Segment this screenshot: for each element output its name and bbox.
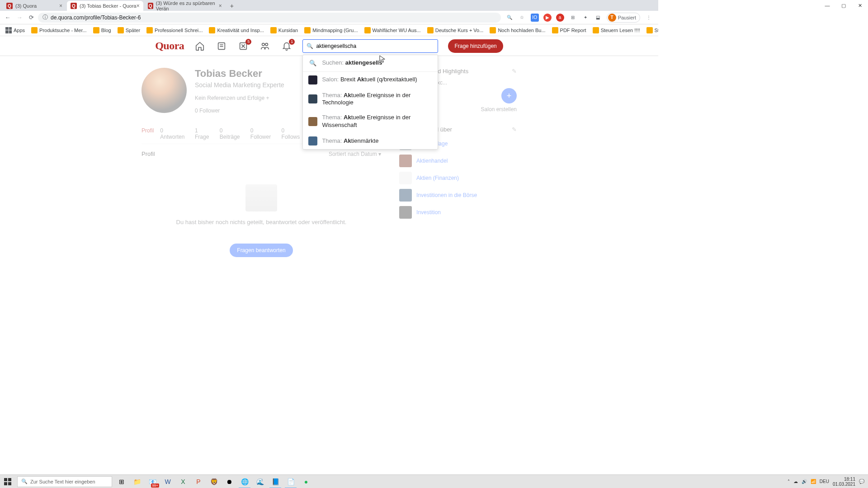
quora-logo[interactable]: Quora: [155, 40, 184, 52]
extension-icon[interactable]: ⬓: [594, 14, 602, 22]
extension-icon[interactable]: a: [556, 14, 564, 22]
extension-icon[interactable]: ⊞: [569, 14, 577, 22]
favicon-quora: Q: [71, 3, 77, 9]
bookmark[interactable]: Produktsuche - Mer...: [29, 26, 89, 34]
tab-title: (3) Würde es zu spürbaren Verän: [156, 0, 219, 11]
bookmark[interactable]: Steuern Lesen !!!!: [591, 26, 642, 34]
menu-icon[interactable]: ⋮: [645, 14, 653, 22]
search-suggestion[interactable]: Thema: Aktuelle Ereignisse in der Wissen…: [303, 110, 438, 133]
add-question-button[interactable]: Frage hinzufügen: [448, 39, 503, 53]
avatar-icon: T: [608, 14, 616, 22]
search-suggestions-dropdown: 🔍 Suchen: aktiengesells Salon: Brexit Ak…: [302, 55, 438, 150]
search-suggestion[interactable]: Salon: Brexit Aktuell (q/brexitaktuell): [303, 72, 438, 88]
bookmark[interactable]: Kreativität und Insp...: [207, 26, 265, 34]
search-suggestion[interactable]: Thema: Aktuelle Ereignisse in der Techno…: [303, 88, 438, 111]
bookmark[interactable]: PDF Report: [550, 26, 588, 34]
extension-icon[interactable]: ▶: [543, 14, 552, 22]
url-text: de.quora.com/profile/Tobias-Becker-6: [51, 14, 141, 21]
profile-paused-button[interactable]: T Pausiert: [607, 13, 640, 23]
browser-toolbar: ← → ⟳ ⓘ de.quora.com/profile/Tobias-Beck…: [0, 11, 658, 24]
pause-label: Pausiert: [618, 15, 636, 20]
home-icon[interactable]: [194, 40, 206, 52]
badge: 1: [289, 39, 295, 45]
reload-button[interactable]: ⟳: [26, 13, 36, 23]
suggestion-thumb: [308, 117, 317, 126]
browser-tab[interactable]: Q (3) Würde es zu spürbaren Verän ×: [144, 1, 226, 11]
site-info-icon[interactable]: ⓘ: [42, 14, 48, 21]
bookmark[interactable]: Professionell Schrei...: [145, 26, 204, 34]
tab-close-icon[interactable]: ×: [219, 3, 222, 9]
bookmark[interactable]: Blog: [91, 26, 113, 34]
favicon-quora: Q: [148, 3, 153, 9]
tab-close-icon[interactable]: ×: [59, 3, 62, 9]
tab-title: (3) Quora: [15, 3, 37, 9]
suggestion-thumb: [308, 75, 317, 84]
spaces-icon[interactable]: [259, 40, 271, 52]
extensions-icon[interactable]: ✦: [581, 14, 590, 22]
bookmark[interactable]: Wahlfächer WU Aus...: [363, 26, 423, 34]
search-icon: 🔍: [307, 43, 313, 49]
suggestion-thumb: [308, 136, 317, 145]
zoom-icon[interactable]: 🔍: [505, 14, 514, 22]
browser-tab[interactable]: Q (3) Tobias Becker - Quora ×: [67, 1, 143, 11]
extension-icon[interactable]: IO: [531, 14, 539, 22]
search-box[interactable]: 🔍: [302, 39, 438, 53]
bookmark[interactable]: Später: [116, 26, 142, 34]
following-icon[interactable]: [216, 40, 227, 52]
quora-header: Quora 5 1 🔍 🔍 Suchen: aktiengesells Salo…: [0, 36, 658, 56]
svg-point-5: [265, 43, 268, 46]
forward-button[interactable]: →: [14, 13, 24, 23]
bookmark[interactable]: Deutsche Kurs + Vo...: [425, 26, 486, 34]
back-button[interactable]: ←: [3, 13, 13, 23]
apps-button[interactable]: Apps: [4, 26, 27, 34]
bookmark[interactable]: Mindmapping (Gru...: [302, 26, 359, 34]
bookmark[interactable]: Noch hochladen Bu...: [488, 26, 547, 34]
star-icon[interactable]: ☆: [518, 14, 526, 22]
bookmark[interactable]: Steuern Videos wic...: [645, 26, 659, 34]
browser-tab-strip: Q (3) Quora × Q (3) Tobias Becker - Quor…: [0, 0, 658, 11]
bookmarks-bar: Apps Produktsuche - Mer... Blog Später P…: [0, 24, 658, 36]
search-input[interactable]: [316, 43, 434, 49]
page-content: Quora 5 1 🔍 🔍 Suchen: aktiengesells Salo…: [0, 36, 658, 355]
notifications-icon[interactable]: 1: [281, 40, 292, 52]
search-suggestion[interactable]: 🔍 Suchen: aktiengesells: [303, 55, 438, 72]
search-icon: 🔍: [308, 59, 317, 68]
svg-point-4: [262, 43, 265, 46]
tab-title: (3) Tobias Becker - Quora: [80, 3, 137, 9]
badge: 5: [245, 39, 251, 45]
search-suggestion[interactable]: Thema: Aktienmärkte: [303, 133, 438, 149]
browser-tab[interactable]: Q (3) Quora ×: [3, 1, 66, 11]
new-tab-button[interactable]: +: [226, 1, 237, 11]
tab-close-icon[interactable]: ×: [137, 3, 140, 9]
suggestion-thumb: [308, 94, 317, 103]
address-bar[interactable]: ⓘ de.quora.com/profile/Tobias-Becker-6: [38, 13, 501, 23]
answer-icon[interactable]: 5: [237, 40, 249, 52]
favicon-quora: Q: [6, 3, 13, 9]
svg-rect-0: [218, 42, 225, 49]
bookmark[interactable]: Kursidan: [269, 26, 300, 34]
